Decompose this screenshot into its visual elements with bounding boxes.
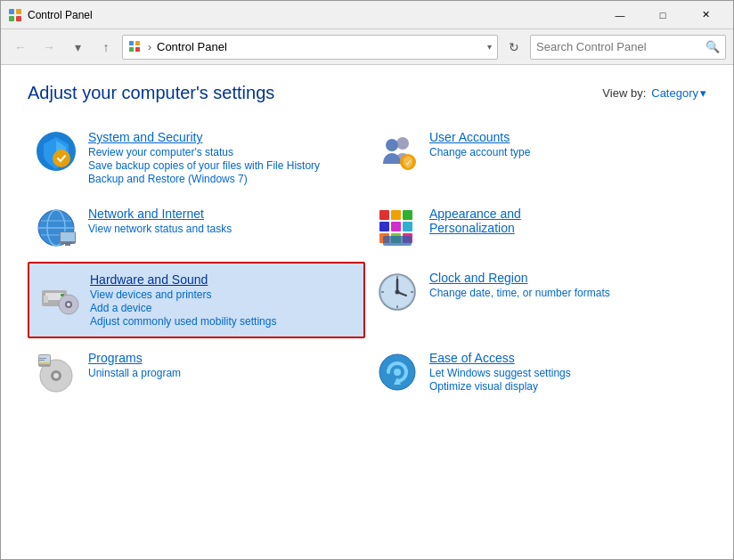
- ease-of-access-links: Let Windows suggest settings Optimize vi…: [429, 367, 571, 393]
- svg-rect-21: [65, 244, 70, 246]
- svg-point-39: [67, 303, 70, 306]
- address-bar[interactable]: › Control Panel ▾: [122, 35, 498, 60]
- hardware-sound-links: View devices and printers Add a device A…: [90, 288, 276, 328]
- system-security-title[interactable]: System and Security: [88, 130, 320, 144]
- system-security-link-2[interactable]: Save backup copies of your files with Fi…: [88, 159, 320, 172]
- clock-region-title[interactable]: Clock and Region: [429, 271, 610, 285]
- title-bar-icon: [8, 8, 22, 22]
- view-by-value: Category: [651, 86, 698, 100]
- categories-grid: System and Security Review your computer…: [28, 121, 706, 402]
- address-dropdown-arrow[interactable]: ▾: [487, 42, 492, 52]
- network-internet-link-1[interactable]: View network status and tasks: [88, 223, 232, 235]
- title-bar-text: Control Panel: [28, 9, 599, 21]
- view-by-arrow: ▾: [700, 86, 706, 100]
- category-programs[interactable]: Programs Uninstall a program: [28, 342, 365, 402]
- category-clock-region[interactable]: Clock and Region Change date, time, or n…: [369, 262, 706, 338]
- title-bar-controls: — □ ✕: [599, 1, 726, 29]
- appearance-info: Appearance andPersonalization: [429, 207, 521, 237]
- search-icon[interactable]: 🔍: [705, 40, 720, 53]
- svg-rect-0: [9, 9, 14, 14]
- address-text: Control Panel: [157, 40, 482, 53]
- minimize-button[interactable]: —: [599, 1, 640, 29]
- category-hardware-sound[interactable]: Hardware and Sound View devices and prin…: [28, 262, 365, 338]
- user-accounts-link-1[interactable]: Change account type: [429, 146, 530, 158]
- main-content: Adjust your computer's settings View by:…: [1, 65, 733, 420]
- svg-rect-26: [379, 222, 389, 231]
- system-security-icon: [35, 130, 77, 173]
- svg-rect-6: [129, 47, 134, 52]
- category-ease-of-access[interactable]: Ease of Access Let Windows suggest setti…: [369, 342, 706, 402]
- category-system-security[interactable]: System and Security Review your computer…: [28, 121, 365, 194]
- svg-rect-32: [383, 236, 412, 246]
- network-internet-info: Network and Internet View network status…: [88, 207, 232, 235]
- page-header: Adjust your computer's settings View by:…: [28, 83, 706, 103]
- appearance-icon: [376, 207, 419, 249]
- view-by-label: View by:: [602, 86, 646, 100]
- svg-point-51: [53, 373, 59, 378]
- ease-of-access-info: Ease of Access Let Windows suggest setti…: [429, 351, 571, 393]
- svg-rect-25: [403, 210, 412, 220]
- svg-point-9: [53, 150, 70, 167]
- svg-rect-28: [403, 222, 412, 231]
- page-title: Adjust your computer's settings: [28, 83, 274, 103]
- back-button[interactable]: ←: [8, 35, 33, 60]
- network-internet-title[interactable]: Network and Internet: [88, 207, 232, 221]
- programs-links: Uninstall a program: [88, 367, 181, 379]
- svg-rect-56: [39, 360, 45, 361]
- svg-rect-7: [135, 47, 140, 52]
- svg-rect-35: [44, 296, 48, 303]
- hardware-sound-link-1[interactable]: View devices and printers: [90, 288, 276, 301]
- nav-bar: ← → ▾ ↑ › Control Panel ▾ ↻ 🔍: [1, 29, 733, 65]
- clock-region-link-1[interactable]: Change date, time, or number formats: [429, 287, 610, 299]
- view-by-dropdown[interactable]: Category ▾: [651, 86, 706, 100]
- up-button[interactable]: ↑: [94, 35, 118, 60]
- nav-dropdown-button[interactable]: ▾: [65, 35, 90, 60]
- ease-of-access-title[interactable]: Ease of Access: [429, 351, 571, 365]
- user-accounts-icon: ✓: [376, 130, 419, 173]
- svg-rect-27: [391, 222, 401, 231]
- ease-of-access-link-2[interactable]: Optimize visual display: [429, 380, 571, 393]
- network-internet-icon: [35, 207, 77, 249]
- search-bar[interactable]: 🔍: [530, 35, 726, 60]
- maximize-button[interactable]: □: [642, 1, 683, 29]
- category-user-accounts[interactable]: ✓ User Accounts Change account type: [369, 121, 706, 194]
- system-security-links: Review your computer's status Save backu…: [88, 146, 320, 185]
- title-bar: Control Panel — □ ✕: [1, 1, 733, 29]
- programs-title[interactable]: Programs: [88, 351, 181, 365]
- close-button[interactable]: ✕: [685, 1, 726, 29]
- user-accounts-title[interactable]: User Accounts: [429, 130, 530, 144]
- system-security-link-1[interactable]: Review your computer's status: [88, 146, 320, 158]
- svg-rect-20: [61, 232, 75, 241]
- category-network-internet[interactable]: Network and Internet View network status…: [28, 198, 365, 258]
- svg-point-10: [396, 137, 409, 150]
- appearance-title[interactable]: Appearance andPersonalization: [429, 207, 521, 235]
- search-input[interactable]: [536, 40, 702, 53]
- hardware-sound-link-3[interactable]: Adjust commonly used mobility settings: [90, 315, 276, 328]
- hardware-sound-info: Hardware and Sound View devices and prin…: [90, 272, 276, 328]
- clock-region-links: Change date, time, or number formats: [429, 287, 610, 299]
- clock-region-info: Clock and Region Change date, time, or n…: [429, 271, 610, 299]
- svg-point-11: [386, 139, 398, 151]
- programs-icon: [35, 351, 77, 394]
- system-security-link-3[interactable]: Backup and Restore (Windows 7): [88, 173, 320, 185]
- svg-point-44: [396, 290, 400, 295]
- svg-rect-5: [135, 41, 140, 45]
- hardware-sound-icon: [37, 272, 79, 315]
- programs-link-1[interactable]: Uninstall a program: [88, 367, 181, 379]
- breadcrumb-separator: ›: [148, 41, 151, 53]
- ease-of-access-link-1[interactable]: Let Windows suggest settings: [429, 367, 571, 379]
- hardware-sound-title[interactable]: Hardware and Sound: [90, 272, 276, 287]
- refresh-button[interactable]: ↻: [502, 35, 526, 60]
- forward-button[interactable]: →: [37, 35, 61, 60]
- network-internet-links: View network status and tasks: [88, 223, 232, 235]
- clock-region-icon: [376, 271, 419, 313]
- svg-rect-55: [39, 358, 46, 359]
- svg-point-59: [394, 369, 401, 376]
- category-appearance[interactable]: Appearance andPersonalization: [369, 198, 706, 258]
- user-accounts-info: User Accounts Change account type: [429, 130, 530, 158]
- user-accounts-links: Change account type: [429, 146, 530, 158]
- programs-info: Programs Uninstall a program: [88, 351, 181, 379]
- hardware-sound-link-2[interactable]: Add a device: [90, 302, 276, 314]
- svg-text:✓: ✓: [405, 158, 412, 167]
- svg-rect-22: [63, 243, 72, 244]
